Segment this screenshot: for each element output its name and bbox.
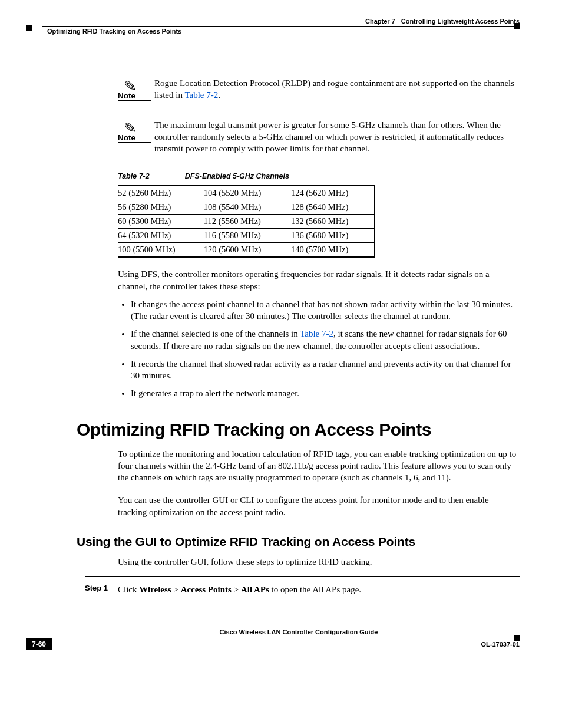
section-running-head: Optimizing RFID Tracking on Access Point… [42, 28, 520, 36]
table-row: 100 (5500 MHz)120 (5600 MHz)140 (5700 MH… [118, 243, 375, 258]
table-row: 60 (5300 MHz)112 (5560 MHz)132 (5660 MHz… [118, 215, 375, 229]
note-text: Rogue Location Detection Protocol (RLDP)… [151, 77, 520, 101]
chapter-number: Chapter 7 [365, 18, 395, 25]
body-paragraph: You can use the controller GUI or CLI to… [118, 494, 520, 518]
bullet-list: It changes the access point channel to a… [118, 298, 520, 400]
note-block: ✎ Note The maximum legal transmit power … [118, 119, 520, 155]
note-text: The maximum legal transmit power is grea… [151, 119, 520, 155]
body-paragraph: To optimize the monitoring and location … [118, 448, 520, 484]
list-item: It changes the access point channel to a… [131, 298, 520, 322]
table-xref[interactable]: Table 7-2 [184, 90, 218, 100]
table-row: 64 (5320 MHz)116 (5580 MHz)136 (5680 MHz… [118, 229, 375, 243]
footer-guide-title: Cisco Wireless LAN Controller Configurat… [42, 628, 520, 635]
section-heading: Optimizing RFID Tracking on Access Point… [77, 420, 520, 440]
note-block: ✎ Note Rogue Location Detection Protocol… [118, 77, 520, 101]
table-row: 52 (5260 MHz)104 (5520 MHz)124 (5620 MHz… [118, 186, 375, 200]
channels-table: 52 (5260 MHz)104 (5520 MHz)124 (5620 MHz… [118, 185, 375, 258]
step-label: Step 1 [85, 584, 118, 595]
subsection-heading: Using the GUI to Optimize RFID Tracking … [77, 535, 520, 549]
table-caption: Table 7-2DFS-Enabled 5-GHz Channels [118, 172, 520, 180]
table-row: 56 (5280 MHz)108 (5540 MHz)128 (5640 MHz… [118, 200, 375, 215]
list-item: It generates a trap to alert the network… [131, 387, 520, 399]
body-paragraph: Using DFS, the controller monitors opera… [118, 268, 520, 292]
list-item: If the channel selected is one of the ch… [131, 328, 520, 352]
document-id: OL-17037-01 [481, 641, 520, 648]
pencil-icon: ✎ [123, 119, 151, 137]
pencil-icon: ✎ [123, 77, 151, 95]
step-text: Click Wireless > Access Points > All APs… [118, 584, 520, 595]
table-xref[interactable]: Table 7-2 [300, 329, 333, 338]
chapter-title: Controlling Lightweight Access Points [401, 18, 520, 25]
list-item: It records the channel that showed radar… [131, 358, 520, 382]
body-paragraph: Using the controller GUI, follow these s… [118, 556, 520, 568]
step-block: Step 1 Click Wireless > Access Points > … [85, 576, 520, 595]
page-number-badge: 7-60 [26, 638, 52, 650]
